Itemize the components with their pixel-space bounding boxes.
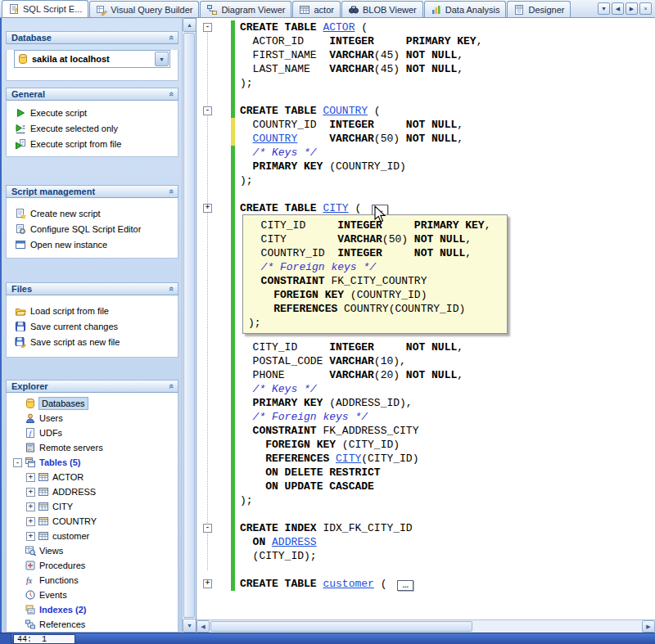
code-line-32[interactable]: REFERENCES CITY(CITY_ID) [240,452,655,466]
code-line-4[interactable]: LAST_NAME VARCHAR(45) NOT NULL, [240,62,655,76]
tree-item-actor[interactable]: +ACTOR [7,470,178,484]
tab-diagram-viewer[interactable]: Diagram Viewer [200,1,291,17]
sidebar-scrollbar[interactable]: ▲ ▼ [182,18,196,633]
sql-object-link-customer[interactable]: customer [323,578,373,590]
preview-line-5[interactable]: CONSTRAINT FK_CITY_COUNTRY [248,274,507,288]
code-line-33[interactable]: ON DELETE RESTRICT [240,466,655,480]
code-line-38[interactable]: ON ADDRESS [240,535,655,549]
action-save-current-changes[interactable]: Save current changes [7,318,178,334]
fold-minus-marker-line-1[interactable]: - [203,23,212,32]
action-execute-script[interactable]: Execute script [7,105,178,120]
tree-item-city[interactable]: +CITY [7,499,178,514]
editor-hscrollbar-thumb[interactable] [210,621,472,632]
code-line-10[interactable]: /* Keys */ [240,146,655,160]
code-line-3[interactable]: FIRST_NAME VARCHAR(45) NOT NULL, [240,48,655,62]
code-line-41[interactable]: CREATE TABLE customer ( ... [240,577,655,591]
panel-header-general[interactable]: General« [6,88,178,101]
preview-line-7[interactable]: REFERENCES COUNTRY(COUNTRY_ID) [248,302,507,316]
action-execute-selected-only[interactable]: Execute selected only [7,120,178,136]
expander-plus-icon[interactable]: + [26,502,35,511]
fold-plus-marker-line-41[interactable]: + [203,579,212,588]
code-line-13[interactable] [240,187,655,201]
tree-item-events[interactable]: Events [7,588,178,602]
tree-item-views[interactable]: Views [7,543,178,558]
tree-item-udfs[interactable]: fUDFs [7,426,178,440]
sql-object-link-country[interactable]: COUNTRY [323,105,368,117]
scroll-tabs-left-button[interactable]: ◀ [612,2,624,15]
code-line-1[interactable]: CREATE TABLE ACTOR ( [240,20,655,34]
scroll-left-icon[interactable]: ◀ [196,620,210,633]
action-create-new-script[interactable]: Create new script [7,205,178,221]
sql-editor[interactable]: --+-+ CREATE TABLE ACTOR ( ACTOR_ID INTE… [196,18,655,633]
action-save-script-as-new-file[interactable]: Save script as new file [7,334,178,349]
close-editor-button[interactable]: × [639,2,652,15]
code-line-11[interactable]: PRIMARY KEY (COUNTRY_ID) [240,160,655,173]
action-open-new-instance[interactable]: Open new instance [7,236,178,252]
expander-plus-icon[interactable]: + [26,517,35,526]
scroll-up-icon[interactable]: ▲ [183,18,196,32]
tree-item-databases[interactable]: Databases [7,396,178,411]
scroll-right-icon[interactable]: ▶ [642,620,655,633]
tab-list-dropdown-button[interactable]: ▼ [598,2,610,15]
tree-item-functions[interactable]: fxFunctions [7,573,178,588]
code-line-28[interactable]: PRIMARY KEY (ADDRESS_ID), [240,396,655,410]
code-line-14[interactable]: CREATE TABLE CITY ( ... [240,201,655,215]
code-line-24[interactable]: CITY_ID INTEGER NOT NULL, [240,340,655,354]
tree-item-procedures[interactable]: Procedures [7,558,178,573]
collapse-chevron-icon[interactable]: « [167,286,177,291]
panel-header-explorer[interactable]: Explorer« [6,380,178,393]
fold-minus-marker-line-37[interactable]: - [203,524,212,533]
panel-header-script-management[interactable]: Script management« [6,185,178,198]
tab-visual-query-builder[interactable]: Visual Query Builder [89,1,199,17]
preview-line-6[interactable]: FOREIGN KEY (COUNTRY_ID) [248,288,507,302]
sql-object-link-address[interactable]: ADDRESS [272,536,317,548]
tab-blob-viewer[interactable]: BLOB Viewer [341,1,423,17]
code-line-25[interactable]: POSTAL_CODE VARCHAR(10), [240,354,655,368]
collapse-chevron-icon[interactable]: « [167,384,177,389]
code-line-6[interactable] [240,90,655,104]
scroll-tabs-right-button[interactable]: ▶ [626,2,638,15]
code-line-35[interactable]: ); [240,493,655,507]
expander-minus-icon[interactable]: - [13,458,22,467]
combo-dropdown-icon[interactable]: ▼ [155,52,169,66]
expander-plus-icon[interactable]: + [26,488,35,497]
code-line-5[interactable]: ); [240,76,655,90]
tree-item-address[interactable]: +ADDRESS [7,484,178,499]
code-line-29[interactable]: /* Foreign keys */ [240,410,655,424]
tree-item-remote-servers[interactable]: Remote servers [7,440,178,455]
expander-plus-icon[interactable]: + [26,532,35,541]
database-select[interactable]: sakila at localhost▼ [14,50,170,68]
fold-minus-marker-line-7[interactable]: - [203,106,212,115]
code-line-2[interactable]: ACTOR_ID INTEGER PRIMARY KEY, [240,34,655,48]
scroll-down-icon[interactable]: ▼ [183,619,196,633]
action-execute-script-from-file[interactable]: Execute script from file [7,136,178,151]
collapse-chevron-icon[interactable]: « [167,189,177,194]
expander-plus-icon[interactable]: + [26,473,35,482]
panel-header-database[interactable]: Database« [6,31,178,44]
tab-actor[interactable]: actor [292,1,340,17]
code-line-40[interactable] [240,563,655,577]
tree-item-indexes-2[interactable]: Indexes (2) [7,602,178,617]
preview-line-4[interactable]: /* Foreign keys */ [248,260,507,274]
collapse-chevron-icon[interactable]: « [167,35,177,40]
preview-line-8[interactable]: ); [248,316,507,330]
panel-header-files[interactable]: Files« [6,282,178,295]
action-load-script-from-file[interactable]: Load script from file [7,303,178,318]
code-line-30[interactable]: CONSTRAINT FK_ADDRESS_CITY [240,424,655,438]
sidebar-scrollbar-thumb[interactable] [183,33,195,618]
tree-item-references[interactable]: References [7,617,178,632]
sql-object-link-country[interactable]: COUNTRY [253,133,298,145]
sql-object-link-actor[interactable]: ACTOR [323,21,355,34]
sql-object-link-city[interactable]: CITY [336,453,361,465]
preview-line-3[interactable]: COUNTRY_ID INTEGER NOT NULL, [248,246,507,260]
tree-item-customer[interactable]: +customer [7,529,178,543]
code-line-34[interactable]: ON UPDATE CASCADE [240,480,655,493]
code-line-9[interactable]: COUNTRY VARCHAR(50) NOT NULL, [240,132,655,146]
code-line-27[interactable]: /* Keys */ [240,382,655,396]
code-line-31[interactable]: FOREIGN KEY (CITY_ID) [240,438,655,452]
collapse-chevron-icon[interactable]: « [167,92,177,97]
fold-ellipsis-button[interactable]: ... [397,580,413,591]
preview-line-2[interactable]: CITY VARCHAR(50) NOT NULL, [248,232,507,246]
tab-designer[interactable]: Designer [507,1,571,17]
sql-object-link-city[interactable]: CITY [323,202,348,214]
